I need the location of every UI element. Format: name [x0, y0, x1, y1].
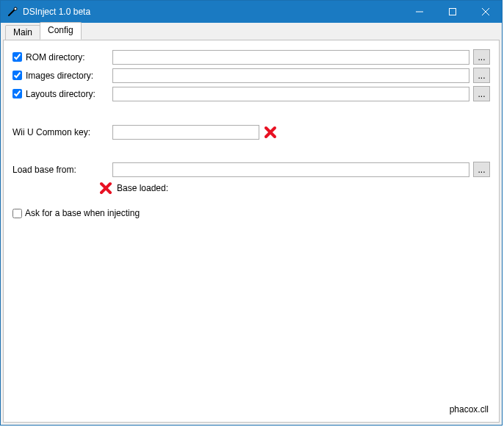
row-common-key: Wii U Common key: [12, 125, 490, 140]
footer-credit: phacox.cll [450, 404, 489, 415]
tabs: Main Config [1, 24, 502, 40]
layouts-directory-browse-button[interactable]: ... [473, 86, 490, 101]
row-layouts-directory: Layouts directory: ... [12, 86, 490, 101]
tab-content-config: ROM directory: ... Images directory: ...… [3, 40, 500, 423]
row-ask-base: Ask for a base when injecting [12, 208, 490, 218]
load-base-input[interactable] [112, 162, 469, 177]
row-rom-directory: ROM directory: ... [12, 49, 490, 65]
app-icon [7, 6, 18, 18]
images-directory-input[interactable] [112, 68, 469, 83]
svg-rect-3 [449, 9, 456, 15]
window-controls [403, 1, 502, 23]
layouts-directory-label: Layouts directory: [26, 89, 112, 99]
error-x-icon [264, 126, 277, 139]
titlebar: DSInject 1.0 beta [1, 1, 502, 23]
close-button[interactable] [469, 1, 502, 23]
ask-base-checkbox[interactable] [12, 209, 22, 218]
base-loaded-label: Base loaded: [117, 183, 168, 193]
app-window: DSInject 1.0 beta Main Config [0, 0, 503, 426]
load-base-label: Load base from: [12, 165, 112, 175]
images-directory-checkbox[interactable] [12, 71, 22, 80]
rom-directory-checkbox[interactable] [12, 52, 22, 62]
load-base-browse-button[interactable]: ... [473, 162, 490, 177]
row-base-status: Base loaded: [99, 182, 490, 195]
minimize-button[interactable] [403, 1, 436, 23]
layouts-directory-input[interactable] [112, 87, 469, 101]
row-images-directory: Images directory: ... [12, 68, 490, 83]
rom-directory-label: ROM directory: [26, 52, 112, 62]
images-directory-browse-button[interactable]: ... [473, 68, 490, 83]
tab-main[interactable]: Main [5, 25, 40, 40]
tab-config[interactable]: Config [40, 22, 82, 40]
common-key-label: Wii U Common key: [12, 127, 112, 137]
svg-point-1 [14, 7, 17, 10]
images-directory-label: Images directory: [26, 71, 112, 81]
error-x-icon [99, 182, 112, 195]
tabs-area: Main Config [1, 23, 502, 40]
rom-directory-input[interactable] [112, 50, 469, 65]
window-title: DSInject 1.0 beta [23, 7, 403, 17]
row-load-base: Load base from: ... [12, 162, 490, 177]
layouts-directory-checkbox[interactable] [12, 89, 22, 98]
rom-directory-browse-button[interactable]: ... [473, 49, 490, 65]
svg-line-0 [9, 10, 15, 15]
common-key-input[interactable] [112, 125, 259, 140]
maximize-button[interactable] [436, 1, 469, 23]
ask-base-label: Ask for a base when injecting [25, 208, 140, 218]
